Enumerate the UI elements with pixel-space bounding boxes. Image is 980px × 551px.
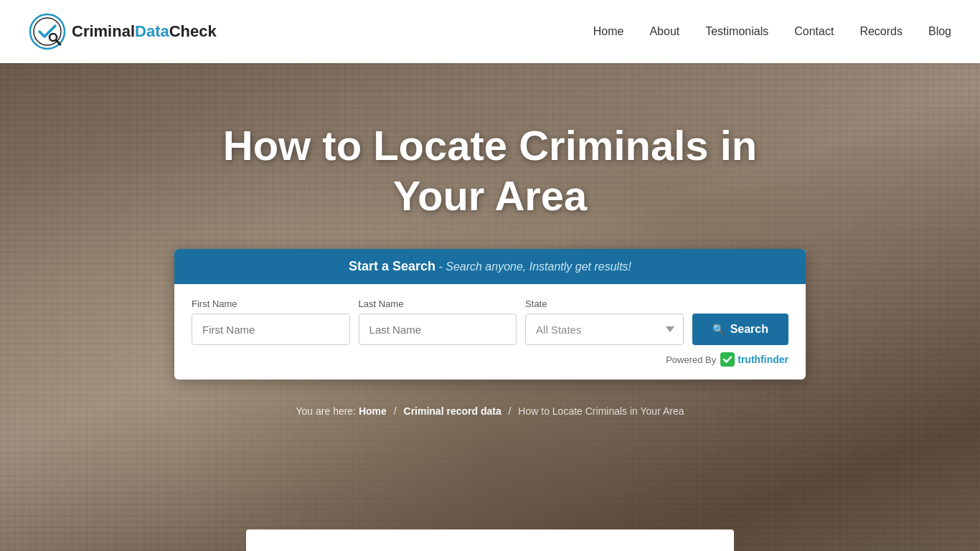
hero-content: How to Locate Criminals in Your Area Sta… (0, 63, 980, 417)
first-name-field-group: First Name (192, 298, 350, 345)
first-name-input[interactable] (192, 314, 350, 345)
powered-by: Powered By truthfinder (192, 352, 788, 367)
breadcrumb-section: Criminal record data (404, 405, 501, 417)
breadcrumb-sep1: / (394, 405, 397, 417)
logo-text: CriminalDataCheck (72, 22, 217, 41)
search-button-label: Search (730, 323, 768, 336)
breadcrumb-sep2: / (509, 405, 512, 417)
hero-section: How to Locate Criminals in Your Area Sta… (0, 63, 980, 551)
truthfinder-label: truthfinder (738, 354, 788, 365)
truthfinder-badge: truthfinder (720, 352, 788, 367)
breadcrumb: You are here: Home / Criminal record dat… (296, 405, 684, 417)
nav-records[interactable]: Records (859, 25, 903, 38)
first-name-label: First Name (192, 298, 350, 309)
svg-point-3 (50, 34, 57, 41)
search-subtitle: - Search anyone, Instantly get results! (438, 260, 631, 273)
search-widget-body: First Name Last Name State All States Al… (174, 284, 806, 380)
powered-by-text: Powered By (666, 354, 716, 365)
last-name-label: Last Name (359, 298, 517, 309)
last-name-input[interactable] (359, 314, 517, 345)
nav-testimonials[interactable]: Testimonials (705, 25, 768, 38)
search-widget-header: Start a Search - Search anyone, Instantl… (174, 249, 806, 284)
svg-line-2 (56, 40, 60, 44)
state-select[interactable]: All States Alabama Alaska Arizona Arkans… (525, 314, 684, 345)
search-button[interactable]: 🔍 Search (692, 314, 788, 345)
hero-title: How to Locate Criminals in Your Area (182, 121, 798, 220)
state-field-group: State All States Alabama Alaska Arizona … (525, 298, 684, 345)
breadcrumb-current: How to Locate Criminals in Your Area (518, 405, 684, 417)
site-header: CriminalDataCheck Home About Testimonial… (0, 0, 980, 63)
state-label: State (525, 298, 684, 309)
breadcrumb-home[interactable]: Home (359, 405, 387, 417)
nav-contact[interactable]: Contact (794, 25, 834, 38)
bottom-section-peek (246, 529, 734, 551)
nav-blog[interactable]: Blog (928, 25, 951, 38)
search-start-label: Start a Search (349, 259, 435, 273)
search-fields: First Name Last Name State All States Al… (192, 298, 788, 345)
last-name-field-group: Last Name (359, 298, 517, 345)
nav-about[interactable]: About (649, 25, 679, 38)
logo-icon (29, 13, 66, 50)
logo[interactable]: CriminalDataCheck (29, 13, 217, 50)
main-nav: Home About Testimonials Contact Records … (593, 25, 951, 38)
breadcrumb-prefix: You are here: (296, 405, 359, 417)
nav-home[interactable]: Home (593, 25, 624, 38)
search-widget: Start a Search - Search anyone, Instantl… (174, 249, 806, 380)
truthfinder-icon (720, 352, 735, 367)
search-icon: 🔍 (712, 324, 725, 335)
